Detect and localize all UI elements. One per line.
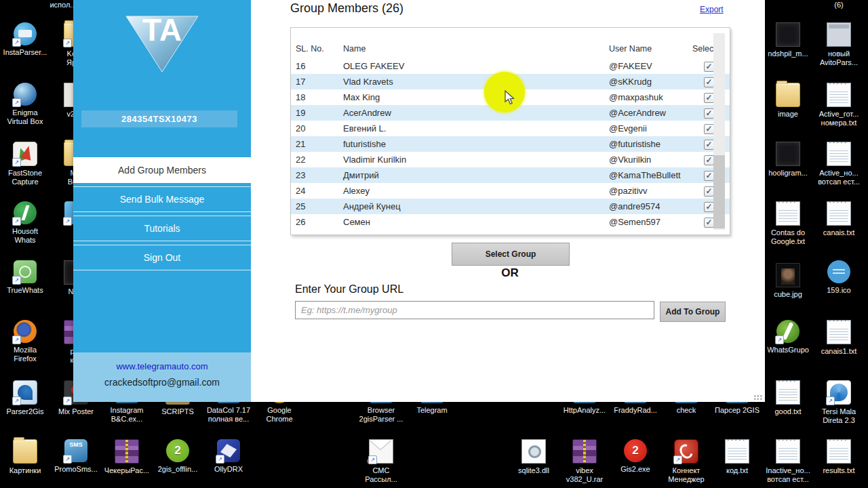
row-checkbox[interactable]: ✓ [704,140,714,150]
scrollbar-thumb[interactable] [713,155,725,228]
row-checkbox[interactable]: ✓ [704,202,714,212]
desktop-icon-image: ↗ [14,320,37,343]
desktop-icon[interactable]: image [763,83,813,119]
desktop-icon[interactable]: Inactive_но... вотсап ест... [763,439,813,484]
desktop-icon-image: ↗ [64,439,87,462]
desktop-icon[interactable]: ↗ СМС Рассыл... [356,439,406,484]
desktop-icon[interactable]: ↗ PromoSms... [51,439,101,474]
row-number: 21 [296,136,343,152]
row-checkbox[interactable]: ✓ [704,218,714,228]
desktop-icon-label: results.txt [814,466,864,475]
sidebar-menu: Add Group Members Send Bulk Message Tuto… [73,157,251,274]
member-username: @andre9574 [609,199,704,214]
website-link[interactable]: www.telegramauto.com [116,361,208,371]
desktop-icon-label: Housoft Whats [0,227,50,245]
row-checkbox[interactable]: ✓ [704,171,714,181]
sidebar-item-sign-out[interactable]: Sign Out [73,245,251,270]
desktop-icon-label: FraddyRad... [610,406,660,415]
desktop-icon-image [776,83,800,107]
table-row[interactable]: 22 Vladimir Kurilkin @Vkurilkin ✓ [291,152,730,167]
desktop-icon-label: SCRIPTS [153,407,203,416]
desktop-icon[interactable]: ↗ WhatsGrupo [763,320,813,354]
desktop-icon[interactable]: ↗ Mozilla Firefox [0,320,50,363]
table-row[interactable]: 21 futuristishe @futuristishe ✓ [291,136,730,152]
table-row[interactable]: 24 Alexey @pazitivv ✓ [291,183,730,199]
desktop-icon-label: hooligram... [763,169,813,178]
desktop-icon[interactable]: ↗ FastStone Capture [0,142,50,186]
desktop-icon-label: Instagram B&C.ex... [102,406,152,424]
desktop-icon[interactable]: ↗ Housoft Whats [0,201,50,245]
icon-glyph [827,142,850,165]
desktop-icon[interactable]: canais.txt [814,201,864,237]
select-group-button[interactable]: Select Group [452,243,570,266]
desktop-icon[interactable]: vibex v382_U.rar [559,439,610,484]
desktop-icon-image [827,201,851,226]
sidebar-item-send-bulk-message[interactable]: Send Bulk Message [73,186,251,212]
desktop-icon[interactable]: (6) [814,0,864,9]
table-row[interactable]: 16 OLEG FAKEEV @FAKEEV ✓ [291,58,730,74]
email-text: crackedsoftpro@gmail.com [73,377,251,388]
shortcut-arrow-icon: ↗ [12,336,21,344]
desktop-icon[interactable]: ↗ Enigma Virtual Box [0,83,50,126]
group-url-input[interactable] [295,301,654,319]
desktop-icon[interactable]: код.txt [712,439,762,475]
table-row[interactable]: 25 Андрей Кунец @andre9574 ✓ [291,199,730,214]
row-number: 18 [296,89,343,105]
table-scrollbar[interactable] [713,33,725,230]
table-row[interactable]: 23 Дмитрий @KamaTheBullett ✓ [291,167,730,183]
desktop-icon[interactable]: ↗ OllyDRX [203,439,254,474]
icon-glyph [522,440,545,463]
desktop-icon[interactable]: 2 2gis_offlin... [153,439,203,474]
desktop-icon[interactable]: Active_гот... номера.txt [814,83,864,127]
sidebar-item-add-group-members[interactable]: Add Group Members [73,157,251,183]
desktop-icon-label: canais1.txt [814,347,864,356]
desktop-icon-image: ↗ [827,380,851,405]
desktop-icon-label: Telegram [407,406,457,415]
desktop-icon[interactable]: Contas do Google.txt [763,201,813,246]
row-checkbox[interactable]: ✓ [704,186,714,197]
main-panel: Group Members (26) Export SL. No. Name U… [251,0,765,402]
desktop-icon[interactable]: ЧекерыРас... [102,439,152,475]
row-checkbox[interactable]: ✓ [704,77,714,87]
desktop-icon-label: ЧекерыРас... [102,466,152,475]
export-link[interactable]: Export [700,5,724,14]
desktop-icon-label: Parser2Gis [0,407,50,416]
desktop-icon[interactable]: новый AvitoPars... [814,22,864,67]
member-username: @Semen597 [609,214,704,230]
resize-grip[interactable] [753,394,763,401]
desktop-icon[interactable]: ↗ Tersi Mala Direta 2.3 [814,380,864,425]
member-name: Max King [343,89,609,105]
desktop-icon-image: 2 [166,439,189,462]
row-checkbox[interactable]: ✓ [704,155,714,165]
desktop-icon[interactable]: Картинки [0,439,50,475]
member-username: @FAKEEV [609,58,704,74]
add-to-group-button[interactable]: Add To Group [660,302,726,322]
desktop-icon[interactable]: good.txt [763,380,813,416]
sidebar-item-tutorials[interactable]: Tutorials [73,216,251,241]
desktop-icon[interactable]: cube.jpg [763,263,813,299]
row-checkbox[interactable]: ✓ [704,124,714,134]
desktop-icon[interactable]: 159.ico [814,260,864,295]
desktop-icon[interactable]: 2 Gis2.exe [610,439,660,474]
row-checkbox[interactable]: ✓ [704,108,714,119]
shortcut-arrow-icon: ↗ [63,396,72,405]
desktop-icon[interactable]: ↗ Parser2Gis [0,380,50,416]
row-checkbox[interactable]: ✓ [704,93,714,103]
mouse-cursor-icon [505,90,517,107]
desktop-icon[interactable]: Active_но... вотсап ест... [814,142,864,186]
desktop-icon[interactable]: ↗ InstaParser... [0,22,50,57]
desktop-icon[interactable]: sqlite3.dll [509,439,559,475]
row-checkbox[interactable]: ✓ [704,62,714,72]
table-row[interactable]: 26 Семен @Semen597 ✓ [291,214,730,230]
table-row[interactable]: 20 Евгений L. @Evgenii ✓ [291,121,730,136]
desktop-icon-label: СМС Рассыл... [356,466,406,484]
desktop-icon[interactable]: results.txt [814,439,864,475]
member-name: futuristishe [343,136,609,152]
desktop-icon[interactable]: canais1.txt [814,320,864,356]
desktop-icon[interactable]: hooligram... [763,142,813,178]
sidebar: TA 284354TSX10473 Add Group Members Send… [73,0,251,402]
desktop-icon[interactable]: ↗ TrueWhats [0,260,50,295]
icon-glyph [827,260,850,283]
desktop-icon[interactable]: ndshpil_m... [763,22,813,58]
desktop-icon[interactable]: ↗ Коннект Менеджер [661,439,711,484]
